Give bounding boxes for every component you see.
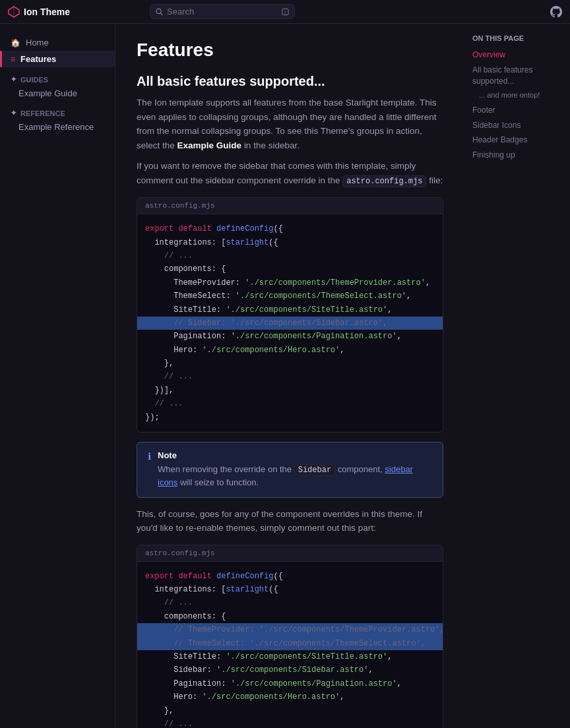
code-block-1-content: export default defineConfig({ integratio…	[137, 214, 443, 432]
logo-icon	[8, 6, 20, 18]
svg-point-2	[156, 9, 161, 13]
clear-icon: /	[282, 8, 289, 16]
note-content: Note When removing the override on the S…	[158, 450, 432, 489]
site-logo[interactable]: Ion Theme	[8, 6, 123, 18]
header-right	[550, 6, 562, 18]
sidebar-label-example-guide: Example Guide	[18, 88, 77, 98]
paragraph-2: If you want to remove the sidebar that c…	[137, 159, 443, 188]
header: Ion Theme /	[0, 0, 570, 24]
home-icon: 🏠	[11, 38, 20, 47]
sidebar-item-example-reference[interactable]: Example Reference	[0, 119, 115, 135]
code-block-2: astro.config.mjs export default defineCo…	[137, 545, 443, 728]
section-title-1: All basic features supported...	[137, 74, 443, 89]
guides-section-icon: ✦	[11, 75, 16, 84]
note-icon: ℹ	[148, 451, 151, 462]
toc-item-header-badges[interactable]: Header Badges	[472, 133, 562, 148]
sidebar-section-reference: ✦ Reference	[0, 105, 115, 119]
toc-item-footer[interactable]: Footer	[472, 103, 562, 118]
search-icon	[156, 8, 163, 16]
logo-text: Ion Theme	[24, 7, 70, 17]
note-box: ℹ Note When removing the override on the…	[137, 442, 443, 498]
sidebar-label-home: Home	[26, 38, 49, 47]
sidebar-label-reference: Reference	[20, 109, 65, 117]
toc-item-basic-features[interactable]: All basic features supported...	[472, 63, 562, 89]
sidebar-label-guides: Guides	[20, 76, 48, 84]
example-guide-link[interactable]: Example Guide	[177, 140, 242, 150]
toc-item-sidebar-icons[interactable]: Sidebar Icons	[472, 118, 562, 133]
reference-section-icon: ✦	[11, 109, 16, 117]
svg-text:/: /	[285, 9, 286, 14]
page-title: Features	[137, 40, 443, 61]
sidebar-item-features[interactable]: ≡ Features	[0, 51, 115, 67]
svg-line-3	[161, 13, 162, 15]
search-input[interactable]	[167, 7, 278, 16]
sidebar-item-home[interactable]: 🏠 Home	[0, 34, 115, 51]
code-block-1: astro.config.mjs export default defineCo…	[137, 197, 443, 433]
paragraph-1: The Ion template supports all features f…	[137, 96, 443, 152]
toc-item-overview[interactable]: Overview	[472, 47, 562, 63]
toc-item-more-ontop[interactable]: ... and more ontop!	[472, 88, 562, 102]
main-content: Features All basic features supported...…	[115, 24, 464, 728]
note-title: Note	[158, 450, 432, 460]
toc-item-finishing-up[interactable]: Finishing up	[472, 148, 562, 163]
sidebar: 🏠 Home ≡ Features ✦ Guides Example Guide…	[0, 24, 115, 728]
sidebar-section-guides: ✦ Guides	[0, 71, 115, 86]
sidebar-label-example-reference: Example Reference	[18, 122, 94, 132]
main-layout: 🏠 Home ≡ Features ✦ Guides Example Guide…	[0, 24, 570, 728]
github-icon[interactable]	[550, 6, 562, 18]
note-text: When removing the override on the Sideba…	[158, 463, 432, 489]
sidebar-label-features: Features	[20, 54, 56, 64]
active-bar	[0, 51, 2, 67]
toc: On this page Overview All basic features…	[464, 24, 570, 728]
sidebar-item-example-guide[interactable]: Example Guide	[0, 86, 115, 101]
toc-title: On this page	[472, 34, 562, 42]
note-inline-code: Sidebar	[294, 464, 335, 476]
search-bar[interactable]: /	[150, 4, 295, 19]
inline-code-1: astro.config.mjs	[342, 175, 426, 187]
features-icon: ≡	[11, 55, 15, 64]
code-block-1-header: astro.config.mjs	[137, 198, 443, 214]
paragraph-3: This, of course, goes for any of the com…	[137, 507, 443, 535]
code-block-2-header: astro.config.mjs	[137, 545, 443, 562]
code-block-2-content: export default defineConfig({ integratio…	[137, 562, 443, 728]
